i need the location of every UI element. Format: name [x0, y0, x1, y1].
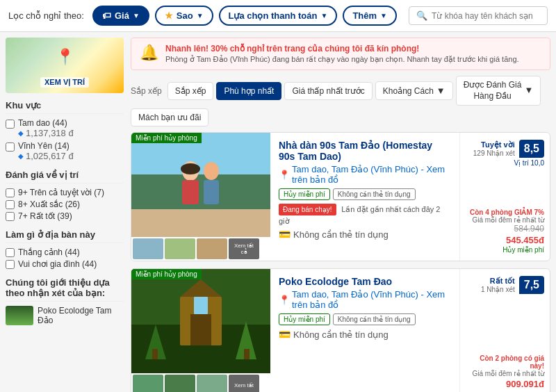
- search-input[interactable]: [432, 11, 540, 21]
- score-section-1: Tuyệt vời 129 Nhận xét 8,5: [473, 140, 544, 158]
- area-price-vinhyen: ◆ 1,025,617 đ: [18, 151, 74, 161]
- hotel-thumb-2a[interactable]: [133, 375, 163, 392]
- hotel-img-section-2: Miễn phí hủy phòng: [131, 269, 270, 392]
- rating-item-7[interactable]: 7+ Rất tốt (39): [6, 211, 124, 221]
- sort-btn-sxep[interactable]: Sắp xếp: [167, 82, 214, 100]
- hotel-thumb-1a[interactable]: [133, 238, 163, 259]
- sort-label: Sắp xếp: [131, 86, 162, 96]
- hot-badge-1: Đang bán chạy!: [279, 204, 336, 215]
- activity-item-vuichoi[interactable]: Vui chơi gia đình (44): [6, 259, 124, 269]
- map-pin-icon: 📍: [56, 48, 74, 66]
- hotel-img-section-1: Miễn phí hủy phòng: [131, 133, 270, 261]
- filter-sao-label: Sao: [177, 10, 193, 21]
- hotel-tags-2: Hủy miễn phí Không cần thẻ tín dụng: [279, 313, 451, 325]
- rating-label-7: 7+ Rất tốt (39): [18, 211, 72, 221]
- map-thumbnail[interactable]: 📍 XEM VỊ TRÍ: [6, 38, 124, 93]
- hotel-thumb-more-2[interactable]: Xem tất: [229, 375, 259, 392]
- sort-btn-danhgia[interactable]: Được Đánh GiáHàng Đầu ▼: [456, 76, 541, 106]
- svg-point-6: [204, 162, 219, 180]
- activity-item-thangcanh[interactable]: Thắng cảnh (44): [6, 247, 124, 257]
- rating-item-9[interactable]: 9+ Trên cả tuyệt vời (7): [6, 188, 124, 197]
- value-score-1: Vị trí 10,0: [473, 159, 544, 167]
- price-section-1: Còn 4 phòng GIẢM 7% Giá mỗi đêm rẻ nhất …: [470, 209, 544, 254]
- hotel-main-image-2[interactable]: [131, 269, 270, 373]
- area-label-vinhyen: Vĩnh Yên (14): [18, 141, 74, 151]
- area-price-tamdao: ◆ 1,137,318 đ: [18, 128, 74, 138]
- hotel-thumb-2b[interactable]: [165, 375, 195, 392]
- alert-icon: 🔔: [140, 44, 158, 62]
- free-cancel-badge-2: Miễn phí hủy phòng: [131, 269, 202, 279]
- area-item-tamdao[interactable]: Tam dao (44) ◆ 1,137,318 đ: [6, 118, 124, 138]
- rating-label-8: 8+ Xuất sắc (26): [18, 199, 80, 209]
- filter-thanhtoan-label: Lựa chọn thanh toán: [229, 10, 318, 21]
- chevron-icon-dg: ▼: [524, 85, 533, 97]
- content-area: 🔔 Nhanh lên! 30% chỗ nghỉ trên trang của…: [124, 38, 550, 392]
- rating-checkbox-8[interactable]: [6, 200, 15, 209]
- sidebar: 📍 XEM VỊ TRÍ Khu vực Tam dao (44) ◆ 1,13…: [6, 38, 124, 392]
- price-new-1: 545.455đ: [470, 234, 544, 246]
- hotel-thumb-2c[interactable]: [197, 375, 227, 392]
- activity-section: Làm gì ở địa bàn này Thắng cảnh (44) Vui…: [6, 229, 124, 269]
- price-from-1: Giá mỗi đêm rẻ nhất từ: [470, 216, 544, 224]
- area-title: Khu vực: [6, 100, 124, 114]
- search-box[interactable]: 🔍: [409, 6, 548, 25]
- score-badge-1: 8,5: [519, 140, 544, 158]
- chevron-down-icon: ▼: [133, 12, 140, 19]
- sort-btn-khoangcach[interactable]: Khoảng Cách ▼: [375, 81, 453, 100]
- area-checkbox-vinhyen[interactable]: [6, 142, 15, 152]
- price-section-2: Còn 2 phòng có giá này! Giá mỗi đêm rẻ n…: [466, 354, 544, 390]
- sort-btn-phuhop[interactable]: Phù hợp nhất: [216, 82, 281, 100]
- hotel-card-1: Miễn phí hủy phòng: [131, 132, 550, 261]
- credit-card-icon-2: 💳: [279, 329, 291, 340]
- activity-checkbox-vuichoi[interactable]: [6, 260, 15, 269]
- area-label-tamdao: Tam dao (44): [18, 118, 74, 128]
- hotel-main-image-1[interactable]: [131, 133, 270, 237]
- tag-huy-1: Hủy miễn phí: [279, 188, 330, 200]
- hotel-name-1[interactable]: Nhà dàn 90s Tam Đảo (Homestay 90s Tam Da…: [279, 140, 451, 162]
- svg-rect-7: [204, 180, 219, 204]
- sort-btn-machban[interactable]: Mách bạn ưu đãi: [131, 108, 208, 126]
- tag-credit-2: Không cần thẻ tín dụng: [333, 313, 416, 325]
- svg-rect-12: [190, 314, 211, 345]
- hotel-name-2[interactable]: Poko Ecolodge Tam Đao: [279, 276, 451, 287]
- filter-sao-button[interactable]: ★ Sao ▼: [155, 6, 213, 26]
- rating-item-8[interactable]: 8+ Xuất sắc (26): [6, 199, 124, 209]
- hotel-location-1[interactable]: 📍 Tam dao, Tam Đảo (Vĩnh Phúc) - Xem trê…: [279, 164, 451, 185]
- filter-label: Lọc chỗ nghỉ theo:: [8, 10, 84, 21]
- rating-label-9: 9+ Trên cả tuyệt vời (7): [18, 188, 104, 197]
- score-section-2: Rất tốt 1 Nhận xét 7,5: [481, 276, 544, 294]
- location-pin-icon-1: 📍: [279, 170, 290, 180]
- score-text-1: Tuyệt vời: [473, 140, 515, 149]
- recommend-thumbnail: [6, 306, 33, 325]
- tag-icon: 🏷: [102, 10, 111, 21]
- filter-gia-button[interactable]: 🏷 Giá ▼: [92, 6, 149, 26]
- activity-checkbox-thangcanh[interactable]: [6, 248, 15, 257]
- location-pin-icon-2: 📍: [279, 295, 290, 305]
- filter-them-button[interactable]: Thêm ▼: [343, 6, 397, 26]
- hotel-price-2: Rất tốt 1 Nhận xét 7,5 Còn 2 phòng có gi…: [459, 269, 550, 392]
- hotel-thumb-1b[interactable]: [165, 238, 195, 259]
- rating-checkbox-7[interactable]: [6, 212, 15, 221]
- svg-rect-13: [194, 297, 208, 314]
- hotel-thumbs-1: Xem tấtcả: [131, 237, 270, 261]
- hotel-thumb-more-1[interactable]: Xem tấtcả: [229, 238, 259, 259]
- map-label: XEM VỊ TRÍ: [40, 77, 89, 88]
- area-section: Khu vực Tam dao (44) ◆ 1,137,318 đ Vĩnh …: [6, 100, 124, 161]
- area-checkbox-tamdao[interactable]: [6, 120, 15, 129]
- chevron-icon-kc: ▼: [436, 85, 445, 96]
- area-item-vinhyen[interactable]: Vĩnh Yên (14) ◆ 1,025,617 đ: [6, 141, 124, 161]
- currency-2: đ: [539, 379, 544, 389]
- hotel-credit-2: 💳 Không cần thẻ tín dụng: [279, 329, 451, 340]
- tag-credit-1: Không cần thẻ tín dụng: [333, 188, 416, 200]
- free-cancel-badge-1: Miễn phí hủy phòng: [131, 133, 202, 143]
- filter-thanhtoan-button[interactable]: Lựa chọn thanh toán ▼: [219, 6, 338, 26]
- alert-text-sub: Phòng ở Tam Đảo (Vĩnh Phúc) đang bán rất…: [165, 55, 519, 64]
- recommend-item[interactable]: Poko Ecolodge Tam Đảo: [6, 306, 124, 325]
- hotel-location-2[interactable]: 📍 Tam dao, Tam Đảo (Vĩnh Phúc) - Xem trê…: [279, 289, 451, 310]
- hotel-thumb-1c[interactable]: [197, 238, 227, 259]
- hotel-credit-1: 💳 Không cần thẻ tín dụng: [279, 229, 451, 240]
- credit-card-icon-1: 💳: [279, 229, 291, 240]
- sort-btn-giathap[interactable]: Giá thấp nhất trước: [284, 82, 372, 100]
- hotel-image-svg-2: [131, 269, 270, 373]
- rating-checkbox-9[interactable]: [6, 188, 15, 197]
